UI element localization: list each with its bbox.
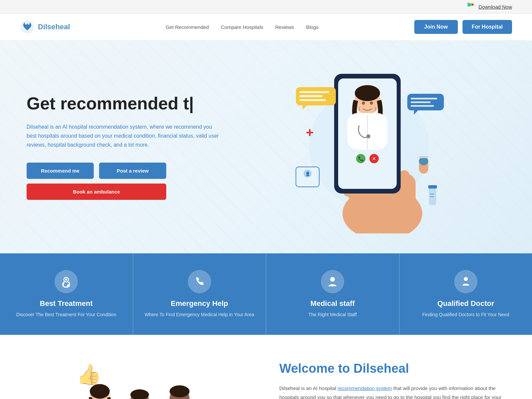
best-treatment-title: Best Treatment xyxy=(40,299,93,308)
hero-image-area: 📞 ✕ + xyxy=(233,61,505,233)
svg-rect-32 xyxy=(299,99,326,101)
header-buttons: Join Now For Hospital xyxy=(414,20,512,34)
svg-text:👍: 👍 xyxy=(76,363,101,386)
doctor-icon xyxy=(460,276,472,288)
qualified-doctor-desc: Finding Qualified Doctors to Fit Your Ne… xyxy=(422,311,509,318)
play-store-icon xyxy=(466,2,476,11)
join-now-button[interactable]: Join Now xyxy=(414,20,458,34)
hero-content: Get recommended t| Dilseheal is an AI ho… xyxy=(27,94,233,200)
hero-title: Get recommended t| xyxy=(27,94,233,113)
feature-best-treatment[interactable]: Best Treatment Discover The Best Treatme… xyxy=(0,253,133,335)
svg-point-5 xyxy=(25,23,27,25)
svg-rect-41 xyxy=(419,156,428,158)
svg-point-73 xyxy=(170,385,190,397)
svg-text:👤: 👤 xyxy=(305,171,310,176)
svg-point-21 xyxy=(366,134,370,138)
svg-point-68 xyxy=(130,389,149,399)
post-review-button[interactable]: Post a review xyxy=(99,163,166,179)
feature-medical-staff[interactable]: Medical staff The Right Medical Staff xyxy=(266,253,400,335)
welcome-title: Welcome to Dilseheal xyxy=(279,361,505,376)
svg-rect-31 xyxy=(299,95,323,97)
hero-description: Dilseheal is an AI hospital recommendati… xyxy=(27,122,219,150)
hero-buttons: Recommend me Post a review Book an ambul… xyxy=(27,163,166,200)
welcome-image-area: 👍 + xyxy=(27,361,253,399)
welcome-desc-start: Dilseheal is an AI hospital xyxy=(279,385,337,391)
person-icon xyxy=(327,276,338,288)
svg-text:📞: 📞 xyxy=(358,156,364,162)
recommendation-system-link[interactable]: recommendation system xyxy=(337,385,392,391)
download-link[interactable]: Download Now xyxy=(478,4,512,10)
best-treatment-icon-circle xyxy=(55,270,78,293)
feature-emergency-help[interactable]: Emergency Help Where To Find Emergency M… xyxy=(133,253,267,335)
welcome-description: Dilseheal is an AI hospital recommendati… xyxy=(279,384,505,399)
logo-text: Dilseheal xyxy=(38,23,70,31)
svg-point-54 xyxy=(330,277,335,282)
svg-point-23 xyxy=(370,101,373,105)
svg-point-60 xyxy=(90,384,110,399)
svg-rect-43 xyxy=(428,185,437,189)
svg-rect-45 xyxy=(430,196,434,197)
book-ambulance-button[interactable]: Book an ambulance xyxy=(27,184,166,200)
hero-buttons-row: Recommend me Post a review xyxy=(27,163,166,179)
nav-compare-hospitals[interactable]: Compare Hospitals xyxy=(221,24,263,30)
logo[interactable]: Dilseheal xyxy=(20,20,70,34)
svg-rect-42 xyxy=(429,187,436,205)
svg-point-55 xyxy=(464,277,468,281)
emergency-help-title: Emergency Help xyxy=(171,299,228,308)
welcome-content: Welcome to Dilseheal Dilseheal is an AI … xyxy=(279,361,505,399)
svg-rect-37 xyxy=(411,105,434,107)
hero-section: Get recommended t| Dilseheal is an AI ho… xyxy=(0,41,532,253)
stethoscope-icon xyxy=(60,276,72,288)
medical-staff-desc: The Right Medical Staff xyxy=(309,311,357,318)
hero-illustration: 📞 ✕ + xyxy=(286,61,452,233)
qualified-doctor-title: Qualified Doctor xyxy=(437,299,494,308)
emergency-icon-circle xyxy=(188,270,211,293)
svg-point-53 xyxy=(67,285,69,287)
emergency-help-desc: Where To Find Emergency Medical Help in … xyxy=(145,311,254,318)
logo-icon xyxy=(20,20,35,34)
svg-rect-30 xyxy=(299,91,329,93)
feature-qualified-doctor[interactable]: Qualified Doctor Finding Qualified Docto… xyxy=(400,253,532,335)
welcome-people-illustration: 👍 + xyxy=(60,361,219,399)
features-section: Best Treatment Discover The Best Treatme… xyxy=(0,253,532,335)
nav-reviews[interactable]: Reviews xyxy=(275,24,294,30)
header: Dilseheal Get Recommended Compare Hospit… xyxy=(0,14,532,41)
qualified-doctor-icon-circle xyxy=(454,270,477,293)
svg-point-50 xyxy=(65,279,67,281)
for-hospital-button[interactable]: For Hospital xyxy=(463,20,512,34)
medical-staff-icon-circle xyxy=(321,270,344,293)
svg-rect-36 xyxy=(411,101,431,103)
nav-get-recommended[interactable]: Get Recommended xyxy=(166,24,209,30)
nav: Get Recommended Compare Hospitals Review… xyxy=(166,24,319,30)
svg-marker-29 xyxy=(303,105,307,110)
svg-rect-35 xyxy=(411,98,437,99)
svg-point-6 xyxy=(28,23,30,25)
phone-icon xyxy=(194,276,205,288)
svg-text:✕: ✕ xyxy=(372,156,376,161)
svg-rect-44 xyxy=(430,194,434,195)
svg-text:+: + xyxy=(306,125,314,140)
recommend-me-button[interactable]: Recommend me xyxy=(27,163,94,179)
medical-staff-title: Medical staff xyxy=(311,299,355,308)
top-bar: Download Now xyxy=(0,0,532,14)
welcome-section: 👍 + xyxy=(0,335,532,399)
svg-point-18 xyxy=(355,85,380,101)
nav-blogs[interactable]: Blogs xyxy=(306,24,319,30)
svg-point-22 xyxy=(362,101,365,105)
best-treatment-desc: Discover The Best Treatment For Your Con… xyxy=(16,311,116,318)
